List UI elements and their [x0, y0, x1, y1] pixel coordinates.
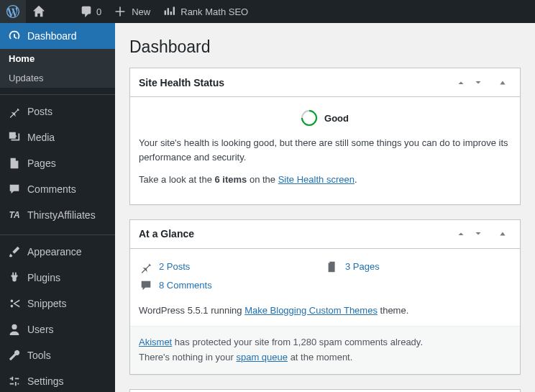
- toolbar-rank-math[interactable]: Rank Math SEO: [156, 0, 254, 23]
- wrench-icon: [7, 348, 22, 363]
- scissors-icon: [7, 296, 22, 311]
- toolbar-new-label: New: [132, 6, 150, 17]
- submenu-item-updates[interactable]: Updates: [0, 68, 115, 88]
- sidebar-item-label: Settings: [27, 375, 64, 387]
- toggle-button[interactable]: [494, 74, 511, 91]
- thirstyaffiliates-icon: TA: [7, 208, 22, 222]
- sidebar-item-pages[interactable]: Pages: [0, 150, 115, 176]
- spam-queue-link[interactable]: spam queue: [236, 352, 288, 363]
- akismet-footer: Akismet has protected your site from 1,2…: [130, 326, 520, 374]
- sidebar-item-label: Posts: [27, 106, 52, 117]
- pin-icon: [7, 104, 22, 119]
- sidebar-item-snippets[interactable]: Snippets: [0, 291, 115, 316]
- widget-header: Site Health Status: [130, 68, 520, 97]
- widget-title: Site Health Status: [139, 77, 452, 88]
- sidebar-item-thirstyaffiliates[interactable]: TA ThirstyAffiliates: [0, 202, 115, 228]
- widget-header: At a Glance: [130, 220, 520, 249]
- widget-header: Activity: [130, 390, 520, 392]
- theme-link[interactable]: Make Blogging Custom Themes: [244, 305, 378, 316]
- toolbar-new[interactable]: New: [107, 0, 156, 23]
- media-icon: [7, 130, 22, 145]
- sidebar-item-label: Dashboard: [27, 30, 77, 42]
- submenu-item-home[interactable]: Home: [0, 49, 115, 68]
- move-down-button[interactable]: [470, 225, 487, 242]
- activity-widget: Activity: [129, 389, 521, 392]
- site-health-link[interactable]: Site Health screen: [278, 174, 355, 185]
- glance-posts-link[interactable]: 2 Posts: [139, 257, 325, 276]
- sidebar-item-comments[interactable]: Comments: [0, 176, 115, 202]
- chart-bar-icon: [162, 4, 176, 19]
- sidebar-item-users[interactable]: Users: [0, 316, 115, 342]
- comment-icon: [79, 4, 93, 19]
- widget-body: 2 Posts 3 Pages 8 Comments WordPress 5.5…: [130, 249, 520, 374]
- site-home-link[interactable]: [26, 0, 52, 23]
- health-indicator-icon: [301, 110, 317, 126]
- pin-icon: [139, 260, 153, 273]
- dashboard-icon: [7, 29, 22, 43]
- comments-count: 0: [96, 6, 101, 17]
- move-up-button[interactable]: [452, 225, 470, 242]
- site-health-widget: Site Health Status Good Your site's heal…: [129, 68, 521, 205]
- page-icon: [7, 156, 22, 170]
- move-up-button[interactable]: [452, 74, 470, 91]
- sidebar-item-label: ThirstyAffiliates: [27, 209, 96, 221]
- sidebar-item-tools[interactable]: Tools: [0, 342, 115, 368]
- plug-icon: [7, 270, 22, 285]
- sidebar-item-label: Snippets: [27, 298, 66, 309]
- home-icon: [32, 4, 46, 19]
- sidebar-item-label: Plugins: [27, 272, 60, 283]
- widget-body: Good Your site's health is looking good,…: [130, 97, 520, 204]
- move-down-button[interactable]: [470, 74, 487, 91]
- plus-icon: [113, 4, 127, 19]
- toolbar-comments[interactable]: 0: [73, 0, 107, 23]
- sidebar-submenu-dashboard: Home Updates: [0, 49, 115, 88]
- sidebar-item-media[interactable]: Media: [0, 124, 115, 150]
- glance-pages-link[interactable]: 3 Pages: [325, 257, 511, 276]
- page-title: Dashboard: [129, 37, 521, 57]
- wordpress-icon: [6, 4, 20, 19]
- wp-logo-menu[interactable]: [0, 0, 26, 23]
- sidebar-item-label: Appearance: [27, 246, 82, 257]
- rank-math-label: Rank Math SEO: [180, 6, 248, 17]
- toggle-button[interactable]: [494, 225, 511, 242]
- admin-sidebar: Dashboard Home Updates Posts Media Pages…: [0, 23, 115, 392]
- comment-icon: [7, 182, 22, 196]
- sidebar-item-dashboard[interactable]: Dashboard: [0, 23, 115, 49]
- sidebar-item-label: Tools: [27, 350, 51, 361]
- user-icon: [7, 322, 22, 337]
- sidebar-item-appearance[interactable]: Appearance: [0, 239, 115, 265]
- menu-separator: [0, 91, 115, 95]
- sidebar-item-posts[interactable]: Posts: [0, 99, 115, 124]
- sidebar-item-label: Comments: [27, 183, 76, 195]
- sidebar-item-settings[interactable]: Settings: [0, 368, 115, 392]
- admin-toolbar: 0 New Rank Math SEO: [0, 0, 535, 23]
- health-status-label: Good: [324, 113, 349, 124]
- sidebar-item-label: Pages: [27, 158, 56, 169]
- menu-separator: [0, 232, 115, 235]
- akismet-link[interactable]: Akismet: [139, 337, 172, 347]
- health-items-line: Take a look at the 6 items on the Site H…: [139, 173, 511, 187]
- at-a-glance-widget: At a Glance 2 Posts 3 Pages: [129, 219, 521, 375]
- comment-icon: [139, 279, 153, 292]
- widget-title: At a Glance: [139, 228, 452, 240]
- sidebar-item-label: Users: [27, 324, 54, 335]
- sidebar-item-plugins[interactable]: Plugins: [0, 265, 115, 291]
- sidebar-item-label: Media: [27, 132, 55, 143]
- brush-icon: [7, 245, 22, 259]
- health-status-row: Good: [139, 110, 511, 126]
- health-description: Your site's health is looking good, but …: [139, 136, 511, 164]
- main-content: Dashboard Site Health Status Good Your s…: [115, 23, 535, 392]
- wordpress-version-line: WordPress 5.5.1 running Make Blogging Cu…: [139, 304, 511, 318]
- sliders-icon: [7, 374, 22, 388]
- page-icon: [325, 260, 339, 273]
- glance-comments-link[interactable]: 8 Comments: [139, 276, 511, 295]
